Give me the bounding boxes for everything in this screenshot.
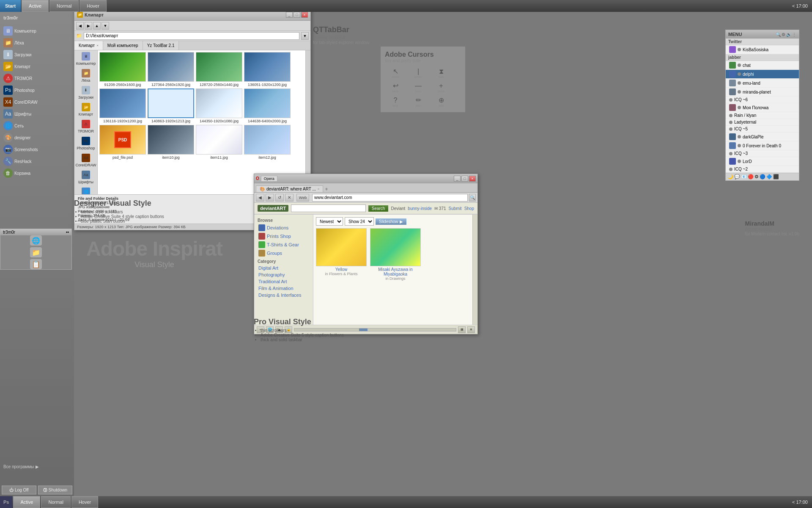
opera-search-btn[interactable]: 🔍 [469, 194, 476, 202]
opera-web-btn[interactable]: Web [296, 194, 309, 202]
da-shop-link[interactable]: Shop [464, 206, 474, 211]
contact-emu-land[interactable]: emu-land [726, 79, 799, 88]
left-nav-leha[interactable]: 📁 Лёха [2, 37, 72, 48]
contact-rain-klyan[interactable]: Rain / klyan [726, 112, 799, 119]
shutdown-button[interactable]: ⏼ Shutdown [38, 486, 73, 494]
left-nav-downloads[interactable]: ⬇ Загрузки [2, 49, 72, 60]
da-scrollbar[interactable] [472, 215, 477, 325]
opera-restore-btn[interactable]: □ [461, 176, 468, 182]
taskbar-tab-normal[interactable]: Normal [49, 0, 79, 12]
taskbar-tab-active[interactable]: Active [22, 0, 49, 12]
da-bottom-btn-6[interactable]: ≡ [467, 326, 475, 333]
nav-forward-btn[interactable]: ▶ [85, 22, 92, 30]
left-nav-computer[interactable]: 🖥 Компьютер [2, 25, 72, 36]
tab-close-icon[interactable]: × [96, 44, 99, 47]
left-nav-tr3mor[interactable]: ⚠ TR3MOR [2, 73, 72, 84]
thumb-item[interactable]: 144638-6400x2000.jpg [244, 88, 291, 123]
contact-icq3[interactable]: ICQ ~3 [726, 150, 799, 157]
file-tab-clipart[interactable]: Клипарт × [74, 41, 103, 50]
contact-icq5[interactable]: ICQ ~5 [726, 126, 799, 133]
taskbar-tab-hover[interactable]: Hover [80, 0, 106, 12]
contact-lord[interactable]: LorD [726, 157, 799, 166]
thumb-item[interactable]: 144350-1920x1080.jpg [196, 88, 242, 123]
da-cat-trad[interactable]: Traditional Art [254, 278, 313, 285]
da-thumb-yellow[interactable]: Yellow in Flowers & Plants [316, 228, 367, 281]
left-nav-network[interactable]: 🌐 Сеть [2, 120, 72, 131]
all-programs-btn[interactable]: Все программы ▶ [0, 463, 74, 471]
tab-da-close[interactable]: × [318, 187, 320, 191]
file-scrollbar[interactable] [305, 50, 310, 194]
sidebar-clipart[interactable]: 📂 Клипарт [74, 101, 97, 118]
opera-stop-btn[interactable]: ✕ [285, 194, 294, 202]
da-nav-prints[interactable]: Prints Shop [254, 232, 313, 240]
da-thumb-yellow-title[interactable]: Yellow [316, 267, 367, 272]
address-go-btn[interactable]: ▼ [301, 32, 309, 40]
left-nav-photoshop[interactable]: Ps Photoshop [2, 85, 72, 96]
thumb-item[interactable]: PSD psd_file.psd [99, 125, 146, 160]
thumb-item[interactable]: item11.jpg [196, 125, 242, 160]
sidebar-leha[interactable]: 📁 Лёха [74, 67, 97, 84]
opera-new-tab-btn[interactable]: + [323, 186, 329, 192]
left-nav-coreidraw[interactable]: X4 CoreIDRAW [2, 97, 72, 108]
left-nav-recycle[interactable]: 🗑 Корзина [2, 168, 72, 179]
miranda-volume-icon[interactable]: 🔊 [786, 32, 791, 37]
start-button[interactable]: Start [0, 0, 21, 12]
thumb-item[interactable]: item10.jpg [148, 125, 194, 160]
taskbar-bottom-active[interactable]: Active [13, 496, 40, 508]
da-thumb-anime[interactable]: Misaki Ayuzawa in Miyabigaoka in Drawing… [370, 228, 421, 281]
thumb-item[interactable]: 136051-812x508.jpg [244, 52, 291, 87]
miranda-config-icon[interactable]: ⚙ [782, 32, 785, 37]
address-input[interactable] [84, 32, 299, 40]
file-tab-yztoolbar[interactable]: Yz ToolBar 2.1 [143, 41, 179, 50]
taskbar-bottom-hover[interactable]: Hover [71, 496, 98, 508]
sidebar-tr3mor[interactable]: ⚠ TR3MOR [74, 118, 97, 135]
opera-back-btn[interactable]: ◀ [256, 194, 264, 202]
file-tab-mycomp[interactable]: Мой компьютер [103, 41, 143, 50]
da-submit-link[interactable]: Submit [449, 206, 462, 211]
mini-icon-3[interactable]: 📋 [30, 259, 42, 269]
sidebar-downloads[interactable]: ⬇ Загрузки [74, 84, 97, 101]
taskbar-bottom-normal[interactable]: Normal [41, 496, 70, 508]
nav-back-btn[interactable]: ◀ [76, 22, 84, 30]
thumb-item[interactable]: 136116-812x508.jpg [99, 88, 146, 123]
da-sort-select[interactable]: Newest [316, 217, 343, 226]
da-cat-film[interactable]: Film & Animation [254, 285, 313, 292]
contact-kibasosiska[interactable]: KisBaSosiska [726, 45, 799, 54]
contact-darkglaple[interactable]: darkGlaPle [726, 133, 799, 141]
opera-forward-btn[interactable]: ▶ [266, 194, 274, 202]
contact-icq2[interactable]: ICQ ~2 [726, 166, 799, 173]
minimize-button[interactable]: _ [286, 12, 293, 18]
sidebar-fonts[interactable]: Aa Шрифты [74, 169, 97, 186]
contact-ladyeternal[interactable]: Ladyeternal [726, 119, 799, 126]
mini-icon-1[interactable]: 🌐 [30, 235, 42, 246]
mini-icon-2[interactable]: 📁 [30, 247, 42, 257]
miranda-settings-icon[interactable]: ⋮ [792, 32, 796, 37]
opera-minimize-btn[interactable]: _ [454, 176, 461, 182]
sidebar-computer[interactable]: 🖥 Компьютер [74, 50, 97, 67]
contact-icq6[interactable]: ICQ ~6 [726, 97, 799, 103]
restore-button[interactable]: □ [294, 12, 300, 18]
thumb-item[interactable]: 128720-2560x1440.jpg [196, 52, 242, 87]
opera-tab-deviantart[interactable]: 🎨 deviantART: where ART ... × [256, 185, 323, 192]
left-nav-clipart[interactable]: 📂 Клипарт [2, 61, 72, 72]
da-nav-groups[interactable]: Groups [254, 249, 313, 257]
da-user-link[interactable]: bunny-inside [408, 206, 432, 211]
da-thumb-anime-title[interactable]: Misaki Ayuzawa in Miyabigaoka [370, 267, 421, 276]
da-bottom-btn-5[interactable]: ⊞ [458, 326, 466, 333]
da-slideshow-btn[interactable]: Slideshow ▶ [376, 218, 406, 225]
da-cat-digital[interactable]: Digital Art [254, 265, 313, 271]
left-nav-fonts[interactable]: Aa Шрифты [2, 108, 72, 119]
da-nav-tshirts[interactable]: T-Shirts & Gear [254, 240, 313, 249]
contact-chat[interactable]: chat [726, 61, 799, 70]
left-nav-screenshots[interactable]: 📷 Screenshots [2, 144, 72, 155]
contact-miranda-planet[interactable]: miranda-planet [726, 88, 799, 97]
da-search-input[interactable] [291, 204, 366, 212]
da-nav-deviations[interactable]: Deviations [254, 224, 313, 232]
left-nav-reshack[interactable]: 🔧 ResHack [2, 156, 72, 167]
sidebar-coreidraw[interactable]: X4 CoreIDRAW [74, 152, 97, 169]
logoff-button[interactable]: ⏻ Log Off [2, 486, 36, 494]
left-nav-designer[interactable]: 🎨 designer [2, 132, 72, 143]
thumb-item-selected[interactable]: 140863-1920x1213.jpg [148, 88, 194, 123]
contact-group-twitter[interactable]: Twitter [726, 39, 799, 45]
da-cat-design[interactable]: Designs & Interfaces [254, 292, 313, 298]
